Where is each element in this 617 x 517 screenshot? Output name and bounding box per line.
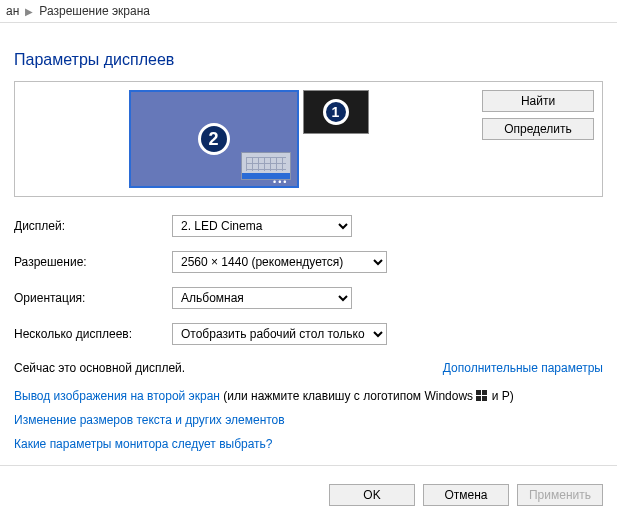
monitor-1[interactable]: 1: [303, 90, 369, 134]
which-settings-link[interactable]: Какие параметры монитора следует выбрать…: [14, 437, 273, 451]
chevron-right-icon: ▶: [25, 6, 33, 17]
orientation-label: Ориентация:: [14, 291, 172, 305]
monitor-2[interactable]: 2 •••: [129, 90, 299, 188]
display-select[interactable]: 2. LED Cinema: [172, 215, 352, 237]
display-label: Дисплей:: [14, 219, 172, 233]
text-size-link[interactable]: Изменение размеров текста и других элеме…: [14, 413, 285, 427]
project-suffix-b: и P): [488, 389, 513, 403]
primary-display-status: Сейчас это основной дисплей.: [14, 361, 185, 375]
breadcrumb: ан ▶ Разрешение экрана: [0, 0, 617, 23]
project-suffix-a: (или нажмите клавишу с логотипом Windows: [220, 389, 476, 403]
cancel-button[interactable]: Отмена: [423, 484, 509, 506]
monitor-2-number: 2: [198, 123, 230, 155]
resolution-select[interactable]: 2560 × 1440 (рекомендуется): [172, 251, 387, 273]
resolution-label: Разрешение:: [14, 255, 172, 269]
page-title: Параметры дисплеев: [14, 51, 603, 69]
identify-button[interactable]: Определить: [482, 118, 594, 140]
orientation-select[interactable]: Альбомная: [172, 287, 352, 309]
monitor-1-number: 1: [323, 99, 349, 125]
display-arrangement-preview[interactable]: 2 ••• 1 Найти Определить: [14, 81, 603, 197]
taskbar-icon: [241, 152, 291, 180]
find-button[interactable]: Найти: [482, 90, 594, 112]
project-link[interactable]: Вывод изображения на второй экран: [14, 389, 220, 403]
breadcrumb-current[interactable]: Разрешение экрана: [39, 4, 150, 18]
dots-icon: •••: [273, 177, 288, 187]
multiple-displays-label: Несколько дисплеев:: [14, 327, 172, 341]
separator: [0, 465, 617, 466]
ok-button[interactable]: OK: [329, 484, 415, 506]
windows-logo-icon: [476, 390, 488, 402]
advanced-settings-link[interactable]: Дополнительные параметры: [443, 361, 603, 375]
breadcrumb-prev[interactable]: ан: [6, 4, 19, 18]
multiple-displays-select[interactable]: Отобразить рабочий стол только на 2: [172, 323, 387, 345]
apply-button[interactable]: Применить: [517, 484, 603, 506]
